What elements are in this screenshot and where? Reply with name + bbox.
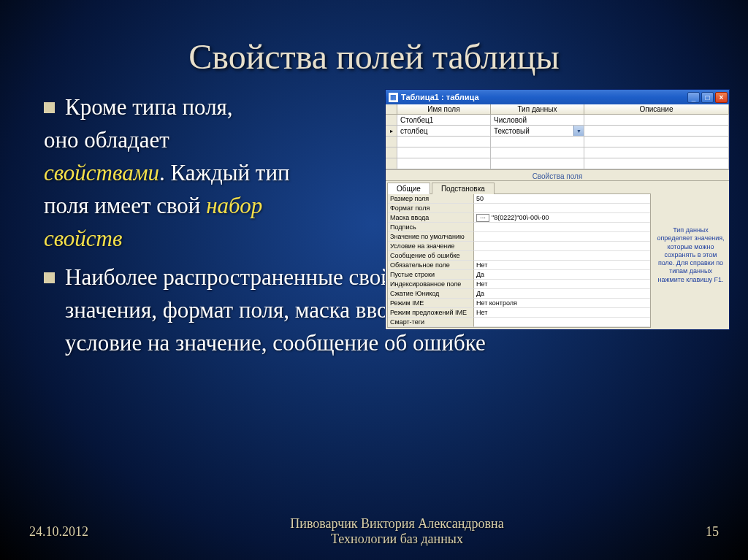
property-row[interactable]: Режим предложений IMEНет (388, 308, 650, 318)
property-row[interactable]: Размер поля50 (388, 194, 650, 204)
minimize-button[interactable]: _ (687, 92, 700, 103)
close-button[interactable]: × (715, 92, 728, 103)
mask-builder-icon[interactable]: ⋯ (476, 214, 489, 222)
cell-data-type[interactable]: Числовой (491, 115, 584, 126)
maximize-button[interactable]: □ (701, 92, 714, 103)
bullet1-pre: Кроме типа поля, (65, 94, 233, 120)
footer-date: 24.10.2012 (29, 524, 88, 540)
property-label: Обязательное поле (388, 261, 474, 270)
bullet-icon (44, 102, 55, 113)
property-value[interactable] (474, 223, 650, 232)
footer-author: Пивоварчик Виктория Александровна (88, 516, 706, 532)
property-row[interactable]: Режим IMEНет контроля (388, 299, 650, 308)
property-label: Условие на значение (388, 242, 474, 251)
property-value[interactable]: Да (474, 289, 650, 299)
property-label: Формат поля (388, 204, 474, 213)
table-row[interactable] (386, 137, 729, 147)
property-label: Режим IME (388, 299, 474, 308)
property-label: Подпись (388, 223, 474, 232)
footer-subject: Технологии баз данных (88, 532, 706, 547)
cell-description[interactable] (584, 115, 729, 126)
property-row[interactable]: Формат поля (388, 204, 650, 213)
property-label: Пустые строки (388, 270, 474, 280)
bullet1-l3b: . Каждый тип (159, 160, 290, 185)
property-value[interactable]: Нет (474, 261, 650, 270)
tab-lookup[interactable]: Подстановка (432, 183, 495, 194)
cell-field-name[interactable]: Столбец1 (397, 115, 491, 126)
table-row[interactable] (386, 147, 729, 158)
property-row[interactable]: Обязательное полеНет (388, 261, 650, 270)
slide-title: Свойства полей таблицы (0, 0, 748, 91)
cell-description[interactable] (584, 126, 729, 137)
property-row[interactable]: Значение по умолчанию (388, 232, 650, 242)
property-label: Размер поля (388, 194, 474, 204)
property-label: Сообщение об ошибке (388, 251, 474, 261)
property-row[interactable]: Маска ввода⋯"8(0222)"00\-00\-00 (388, 213, 650, 223)
tab-general[interactable]: Общие (387, 183, 430, 194)
hint-text: Тип данных определяет значения, которые … (652, 181, 729, 329)
bullet1-em2: набор (206, 193, 262, 218)
bullet-icon (44, 272, 55, 283)
property-value[interactable]: Да (474, 270, 650, 280)
property-value[interactable]: Нет контроля (474, 299, 650, 308)
table-row[interactable]: столбец Текстовый ▼ (386, 126, 729, 137)
property-value[interactable]: 50 (474, 194, 650, 204)
col-data-type[interactable]: Тип данных (491, 104, 584, 114)
property-row[interactable]: Смарт-теги (388, 318, 650, 327)
property-value[interactable]: Нет (474, 280, 650, 289)
footer-page: 15 (706, 524, 719, 540)
property-row[interactable]: Сжатие ЮникодДа (388, 289, 650, 299)
property-label: Индексированное поле (388, 280, 474, 289)
cell-field-name[interactable]: столбец (397, 126, 491, 137)
dropdown-button[interactable]: ▼ (573, 126, 584, 136)
grid-header: Имя поля Тип данных Описание (386, 104, 729, 115)
property-row[interactable]: Подпись (388, 223, 650, 232)
bullet1-em3: свойств (44, 226, 122, 251)
property-value[interactable] (474, 242, 650, 251)
property-value[interactable] (474, 318, 650, 327)
titlebar[interactable]: ▦ Таблица1 : таблица _ □ × (386, 90, 729, 104)
bullet1-em1: свойствами (44, 160, 159, 185)
property-row[interactable]: Сообщение об ошибке (388, 251, 650, 261)
property-label: Смарт-теги (388, 318, 474, 327)
section-label: Свойства поля (386, 169, 729, 180)
window-title: Таблица1 : таблица (401, 93, 687, 101)
table-row[interactable] (386, 158, 729, 169)
app-icon: ▦ (389, 93, 398, 102)
property-grid: Размер поля50Формат поляМаска ввода⋯"8(0… (387, 193, 651, 328)
property-row[interactable]: Пустые строкиДа (388, 270, 650, 280)
property-label: Маска ввода (388, 213, 474, 223)
access-table-designer-window: ▦ Таблица1 : таблица _ □ × Имя поля Тип … (385, 89, 730, 330)
cell-data-type[interactable]: Текстовый ▼ (491, 126, 584, 137)
property-value[interactable]: ⋯"8(0222)"00\-00\-00 (474, 213, 650, 223)
property-row[interactable]: Условие на значение (388, 242, 650, 251)
property-value[interactable] (474, 251, 650, 261)
bullet1-l2: оно обладает (44, 127, 169, 153)
table-row[interactable]: Столбец1 Числовой (386, 115, 729, 126)
property-value[interactable]: Нет (474, 308, 650, 318)
row-selector-icon[interactable] (386, 126, 397, 137)
property-label: Сжатие Юникод (388, 289, 474, 299)
property-value[interactable] (474, 204, 650, 213)
property-label: Режим предложений IME (388, 308, 474, 318)
property-label: Значение по умолчанию (388, 232, 474, 242)
col-field-name[interactable]: Имя поля (397, 104, 491, 114)
property-value[interactable] (474, 232, 650, 242)
bullet1-l4a: поля имеет свой (44, 193, 206, 218)
col-description[interactable]: Описание (584, 104, 729, 114)
property-row[interactable]: Индексированное полеНет (388, 280, 650, 289)
